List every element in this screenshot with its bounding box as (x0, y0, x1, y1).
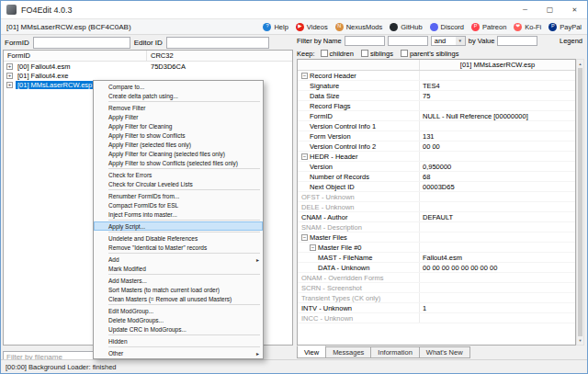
scrollbar-thumb[interactable] (578, 68, 582, 336)
filter-operator-select[interactable]: and (431, 36, 466, 46)
scroll-up-icon[interactable] (577, 60, 583, 68)
tab[interactable]: View (297, 346, 326, 358)
record-row[interactable]: SNAM - Description (298, 222, 575, 232)
menu-item[interactable]: Mark Modified (94, 264, 263, 273)
field-value (420, 192, 575, 201)
tree-column-crc32[interactable]: CRC32 (147, 51, 174, 60)
tree-row[interactable]: [00] Fallout4.esm 75D3D6CA (4, 62, 292, 71)
keep-option[interactable]: children (321, 50, 354, 58)
checkbox-icon[interactable] (361, 50, 368, 57)
nav-link[interactable]: GitHub (390, 23, 422, 31)
record-row[interactable]: Signature TES4 (298, 81, 575, 91)
record-row[interactable]: Master File #0 (298, 243, 575, 253)
tab[interactable]: Messages (325, 346, 371, 358)
record-row[interactable]: Version Control Info 2 00 00 (298, 142, 575, 152)
record-row[interactable]: Next Object ID 00003D65 (298, 182, 575, 192)
menu-item[interactable]: Add (94, 255, 263, 264)
tree-column-formid[interactable]: FormID (4, 51, 147, 61)
record-row[interactable]: Record Header (298, 71, 575, 81)
record-row[interactable]: SCRN - Screenshot (298, 283, 575, 293)
plus-expander-icon[interactable] (6, 63, 13, 70)
menu-item[interactable]: Clean Masters (= Remove all unused Maste… (94, 294, 263, 303)
editorid-input[interactable] (166, 37, 269, 49)
nav-link[interactable]: ? Help (263, 23, 288, 31)
maximize-button[interactable] (537, 1, 562, 18)
plus-expander-icon[interactable] (6, 73, 13, 79)
close-button[interactable] (562, 1, 587, 18)
menu-item[interactable]: Check for Circular Leveled Lists (94, 179, 263, 188)
menu-item[interactable]: Inject Forms into master... (94, 210, 263, 219)
nav-link[interactable]: P PayPal (548, 23, 582, 31)
record-plugin-column-header[interactable]: [01] MMsLaserRCW.esp (420, 61, 575, 69)
record-row[interactable]: Version 0,950000 (298, 162, 575, 172)
record-row[interactable]: Version Control Info 1 (298, 121, 575, 131)
record-row[interactable]: ONAM - Overridden Forms (298, 273, 575, 283)
menu-item[interactable]: Apply Filter for Cleaning (selected file… (94, 149, 263, 158)
collapse-expander-icon[interactable] (301, 73, 308, 79)
titlebar[interactable]: FO4Edit 4.0.3 (1, 1, 587, 19)
record-field-column-header[interactable] (298, 60, 420, 70)
menu-item[interactable]: Apply Filter to show Conflicts (selected… (94, 158, 263, 167)
record-row[interactable]: FormID NULL - Null Reference [00000000] (298, 111, 575, 121)
menu-item[interactable]: Undelete and Disable References (94, 233, 263, 243)
tree-row[interactable]: [01] Fallout4.exe (4, 71, 292, 80)
collapse-expander-icon[interactable] (310, 244, 316, 251)
menu-item[interactable]: Apply Filter to show Conflicts (94, 130, 263, 140)
record-row[interactable]: Master Files (298, 232, 575, 243)
plus-expander-icon[interactable] (6, 82, 13, 88)
menu-item[interactable]: Create delta patch using... (94, 91, 263, 100)
record-row[interactable]: DATA - Unknown 00 00 00 00 00 00 00 00 (298, 263, 575, 273)
record-row[interactable]: MAST - FileName Fallout4.esm (298, 253, 575, 263)
checkbox-icon[interactable] (401, 50, 408, 57)
menu-item[interactable]: Add Masters... (94, 276, 263, 285)
record-row[interactable]: OFST - Unknown (298, 192, 575, 202)
menu-item[interactable]: Edit ModGroup... (94, 306, 263, 315)
menu-item[interactable]: Delete ModGroups... (94, 315, 263, 324)
minimize-button[interactable] (513, 1, 537, 18)
menu-item[interactable]: Sort Masters (to match current load orde… (94, 285, 263, 294)
record-row[interactable]: INTV - Unknown 1 (298, 303, 575, 313)
collapse-expander-icon[interactable] (301, 153, 308, 160)
checkbox-icon[interactable] (321, 50, 328, 57)
collapse-expander-icon[interactable] (301, 234, 308, 241)
menu-item[interactable]: Other (94, 348, 263, 357)
record-row[interactable]: Data Size 75 (298, 91, 575, 101)
keep-option[interactable]: siblings (361, 50, 393, 58)
scroll-down-icon[interactable] (577, 336, 583, 345)
nav-link[interactable]: ❤ Ko-Fi (514, 23, 541, 31)
record-row[interactable]: Transient Types (CK only) (298, 293, 575, 303)
record-row[interactable]: Form Version 131 (298, 131, 575, 142)
filter-value-input[interactable] (497, 36, 537, 46)
tab[interactable]: Information (370, 346, 420, 358)
menu-item[interactable]: Apply Filter (94, 112, 263, 121)
record-row[interactable]: Number of Records 68 (298, 172, 575, 182)
nav-link[interactable]: Discord (430, 23, 464, 31)
menu-item[interactable]: Remove "Identical to Master" records (94, 243, 263, 252)
record-row[interactable]: HEDR - Header (298, 152, 575, 162)
record-row[interactable]: CNAM - Author DEFAULT (298, 212, 575, 222)
menu-item[interactable]: Check for Errors (94, 170, 263, 179)
record-row[interactable]: DELE - Unknown (298, 202, 575, 212)
menu-item[interactable]: Remove Filter (94, 103, 263, 112)
formid-input[interactable] (33, 37, 130, 49)
keep-option[interactable]: parent's siblings (401, 50, 459, 58)
filter-name-input-2[interactable] (388, 36, 428, 46)
menu-item[interactable]: Apply Script... (94, 221, 263, 231)
record-row[interactable]: Record Flags (298, 101, 575, 111)
menu-item[interactable]: Renumber FormIDs from... (94, 191, 263, 200)
menu-item[interactable]: Compare to... (94, 82, 263, 91)
legend-button[interactable]: Legend (560, 37, 584, 45)
menu-item[interactable]: Hidden (94, 336, 263, 346)
menu-item[interactable]: Apply Filter (selected files only) (94, 140, 263, 149)
menu-item[interactable]: Update CRC in ModGroups... (94, 324, 263, 334)
menu-item-label: Mark Modified (108, 266, 146, 272)
nav-link[interactable]: ▶ Videos (296, 23, 328, 31)
menu-item[interactable]: Compact FormIDs for ESL (94, 200, 263, 210)
record-row[interactable]: INCC - Unknown (298, 313, 575, 323)
nav-link[interactable]: P Patreon (471, 23, 506, 31)
menu-item[interactable]: Apply Filter for Cleaning (94, 121, 263, 130)
tab[interactable]: What's New (419, 346, 470, 358)
vertical-scrollbar[interactable] (576, 59, 584, 346)
filter-name-input-1[interactable] (345, 36, 385, 46)
nav-link[interactable]: N NexusMods (335, 23, 383, 31)
